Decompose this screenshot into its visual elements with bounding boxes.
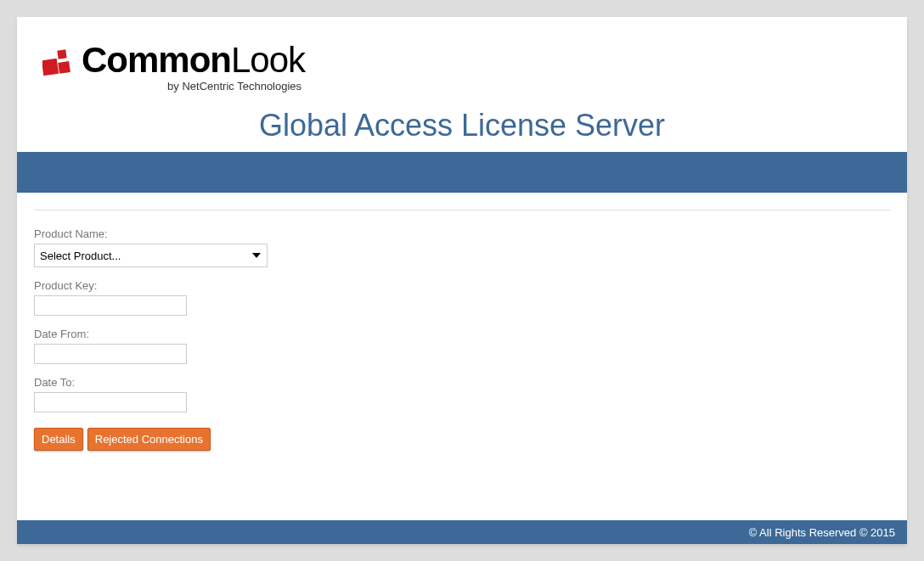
nav-bar [17, 152, 907, 193]
date-to-input[interactable] [34, 392, 187, 412]
date-from-input[interactable] [34, 344, 187, 364]
product-key-group: Product Key: [34, 279, 890, 316]
logo-bold: Common [82, 40, 231, 80]
details-button[interactable]: Details [34, 428, 83, 451]
divider [34, 210, 890, 210]
date-from-label: Date From: [34, 328, 890, 340]
rejected-connections-button[interactable]: Rejected Connections [87, 428, 211, 451]
logo-text-wrap: CommonLook by NetCentric Technologies [82, 42, 305, 93]
date-to-label: Date To: [34, 376, 890, 389]
svg-rect-1 [57, 49, 66, 59]
logo-text: CommonLook [82, 42, 305, 78]
product-name-select[interactable]: Select Product... [34, 244, 268, 267]
svg-rect-0 [42, 59, 59, 76]
logo-tagline: by NetCentric Technologies [82, 80, 301, 93]
page-title: Global Access License Server [42, 108, 882, 143]
footer-copyright: © All Rights Reserved © 2015 [749, 526, 895, 539]
product-name-label: Product Name: [34, 227, 890, 240]
header: CommonLook by NetCentric Technologies Gl… [17, 17, 907, 152]
button-row: Details Rejected Connections [34, 428, 890, 451]
content: Product Name: Select Product... Product … [17, 193, 907, 520]
date-from-group: Date From: [34, 328, 890, 364]
main-container: CommonLook by NetCentric Technologies Gl… [17, 17, 907, 544]
date-to-group: Date To: [34, 376, 890, 412]
logo-light: Look [231, 40, 305, 80]
footer: © All Rights Reserved © 2015 [17, 520, 907, 544]
svg-rect-2 [58, 61, 70, 74]
product-name-group: Product Name: Select Product... [34, 227, 890, 267]
logo-icon [42, 48, 73, 78]
product-name-select-wrap: Select Product... [34, 244, 268, 267]
product-key-label: Product Key: [34, 279, 890, 292]
logo-area: CommonLook by NetCentric Technologies [42, 42, 882, 93]
product-key-input[interactable] [34, 295, 187, 316]
